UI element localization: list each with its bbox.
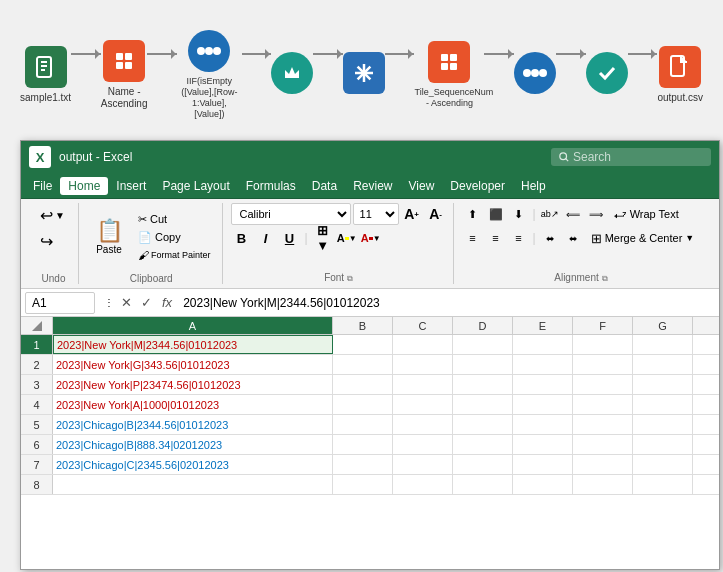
cell-c4[interactable] <box>393 395 453 414</box>
row-num-4[interactable]: 4 <box>21 395 53 414</box>
cut-button[interactable]: ✂ Cut <box>133 211 216 228</box>
align-center-button[interactable]: ≡ <box>485 227 507 249</box>
row-num-1[interactable]: 1 <box>21 335 53 354</box>
paste-button[interactable]: 📋 Paste <box>87 208 131 266</box>
cell-a1[interactable]: 2023|New York|M|2344.56|01012023 <box>53 335 333 354</box>
cell-g2[interactable] <box>633 355 693 374</box>
cell-h2[interactable] <box>693 355 719 374</box>
row-num-3[interactable]: 3 <box>21 375 53 394</box>
cell-h5[interactable] <box>693 415 719 434</box>
font-increase-button[interactable]: A+ <box>401 203 423 225</box>
cell-b7[interactable] <box>333 455 393 474</box>
menu-data[interactable]: Data <box>304 177 345 195</box>
cell-d7[interactable] <box>453 455 513 474</box>
cell-b2[interactable] <box>333 355 393 374</box>
menu-pagelayout[interactable]: Page Layout <box>154 177 237 195</box>
cell-d6[interactable] <box>453 435 513 454</box>
pipeline-node-4[interactable] <box>271 52 313 98</box>
menu-review[interactable]: Review <box>345 177 400 195</box>
cell-g1[interactable] <box>633 335 693 354</box>
cell-a2[interactable]: 2023|New York|G|343.56|01012023 <box>53 355 333 374</box>
cell-h3[interactable] <box>693 375 719 394</box>
indent-button[interactable]: ⬌ <box>539 227 561 249</box>
col-header-h[interactable]: H <box>693 317 719 334</box>
cell-h7[interactable] <box>693 455 719 474</box>
cell-b6[interactable] <box>333 435 393 454</box>
col-header-b[interactable]: B <box>333 317 393 334</box>
cell-a7[interactable]: 2023|Chicago|C|2345.56|02012023 <box>53 455 333 474</box>
col-header-f[interactable]: F <box>573 317 633 334</box>
cell-b5[interactable] <box>333 415 393 434</box>
align-bottom-button[interactable]: ⬇ <box>508 203 530 225</box>
confirm-formula-button[interactable]: ✓ <box>137 294 155 312</box>
cancel-formula-button[interactable]: ✕ <box>117 294 135 312</box>
indent-inc-button[interactable]: ⟹ <box>585 203 607 225</box>
cell-e2[interactable] <box>513 355 573 374</box>
cell-b3[interactable] <box>333 375 393 394</box>
menu-insert[interactable]: Insert <box>108 177 154 195</box>
cell-d5[interactable] <box>453 415 513 434</box>
cell-g8[interactable] <box>633 475 693 494</box>
col-header-e[interactable]: E <box>513 317 573 334</box>
cell-e4[interactable] <box>513 395 573 414</box>
row-num-5[interactable]: 5 <box>21 415 53 434</box>
cell-f6[interactable] <box>573 435 633 454</box>
row-num-2[interactable]: 2 <box>21 355 53 374</box>
cell-e8[interactable] <box>513 475 573 494</box>
align-left-button[interactable]: ≡ <box>462 227 484 249</box>
pipeline-node-9[interactable]: output.csv <box>657 46 703 104</box>
copy-button[interactable]: 📄 Copy <box>133 229 216 246</box>
cell-a4[interactable]: 2023|New York|A|1000|01012023 <box>53 395 333 414</box>
cell-c8[interactable] <box>393 475 453 494</box>
cell-g3[interactable] <box>633 375 693 394</box>
pipeline-node-7[interactable] <box>514 52 556 98</box>
col-header-d[interactable]: D <box>453 317 513 334</box>
align-right-button[interactable]: ≡ <box>508 227 530 249</box>
cell-f5[interactable] <box>573 415 633 434</box>
font-color-button[interactable]: A ▼ <box>360 227 382 249</box>
cell-h1[interactable] <box>693 335 719 354</box>
cell-c6[interactable] <box>393 435 453 454</box>
align-top-button[interactable]: ⬆ <box>462 203 484 225</box>
row-num-7[interactable]: 7 <box>21 455 53 474</box>
cell-g4[interactable] <box>633 395 693 414</box>
name-manager-button[interactable]: ⋮ <box>99 295 113 310</box>
font-family-select[interactable]: Calibri <box>231 203 351 225</box>
align-middle-button[interactable]: ⬛ <box>485 203 507 225</box>
cell-g7[interactable] <box>633 455 693 474</box>
cell-c5[interactable] <box>393 415 453 434</box>
cell-f2[interactable] <box>573 355 633 374</box>
excel-search-box[interactable] <box>551 148 711 166</box>
font-decrease-button[interactable]: A- <box>425 203 447 225</box>
cell-g6[interactable] <box>633 435 693 454</box>
indent-dec-button[interactable]: ⟸ <box>562 203 584 225</box>
cell-reference-box[interactable]: A1 <box>25 292 95 314</box>
menu-view[interactable]: View <box>401 177 443 195</box>
menu-home[interactable]: Home <box>60 177 108 195</box>
cell-c7[interactable] <box>393 455 453 474</box>
col-header-c[interactable]: C <box>393 317 453 334</box>
cell-h8[interactable] <box>693 475 719 494</box>
menu-file[interactable]: File <box>25 177 60 195</box>
pipeline-node-8[interactable] <box>586 52 628 98</box>
font-size-select[interactable]: 11 <box>353 203 399 225</box>
orientation-button[interactable]: ab↗ <box>539 203 561 225</box>
search-input[interactable] <box>573 150 703 164</box>
cell-e5[interactable] <box>513 415 573 434</box>
cell-h6[interactable] <box>693 435 719 454</box>
cell-e1[interactable] <box>513 335 573 354</box>
cell-e7[interactable] <box>513 455 573 474</box>
cell-g5[interactable] <box>633 415 693 434</box>
menu-formulas[interactable]: Formulas <box>238 177 304 195</box>
cell-a6[interactable]: 2023|Chicago|B|888.34|02012023 <box>53 435 333 454</box>
underline-button[interactable]: U <box>279 227 301 249</box>
cell-f7[interactable] <box>573 455 633 474</box>
cell-f1[interactable] <box>573 335 633 354</box>
format-painter-button[interactable]: 🖌 Format Painter <box>133 247 216 263</box>
pipeline-node-5[interactable] <box>343 52 385 98</box>
undo-button[interactable]: ↩ ▼ <box>35 203 70 228</box>
cell-c1[interactable] <box>393 335 453 354</box>
redo-button[interactable]: ↪ <box>35 229 70 254</box>
row-num-6[interactable]: 6 <box>21 435 53 454</box>
fill-color-button[interactable]: A ▼ <box>336 227 358 249</box>
